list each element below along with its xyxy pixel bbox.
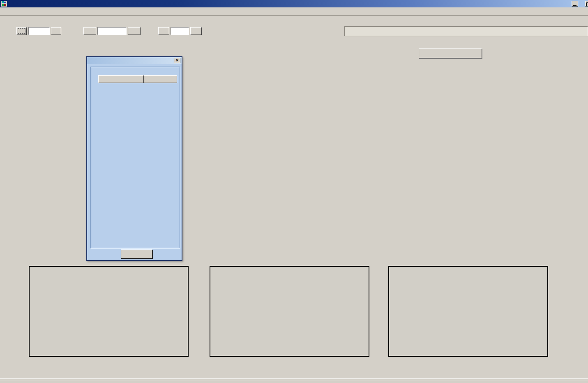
peak-acceleration-label [493, 146, 501, 153]
close-icon: ✕ [175, 58, 179, 62]
trace-header-table [98, 75, 177, 83]
peak-displacement-label [492, 187, 500, 194]
acceleration-spectrum-panel [210, 266, 369, 357]
velocity-spectrum-panel [29, 266, 189, 357]
record-num-panel[interactable] [419, 48, 482, 58]
status-bar [0, 378, 588, 380]
displacement-spectrum-panel [388, 266, 548, 357]
peak-velocity-label [493, 105, 500, 112]
trace-header-dialog: ✕ [86, 56, 182, 261]
dialog-close-button[interactable]: ✕ [174, 58, 180, 63]
column-header-name [98, 75, 144, 83]
column-header-value [144, 75, 177, 83]
app-window: ✕ [0, 0, 588, 383]
dialog-close-action-button[interactable] [121, 249, 152, 258]
table-header-row [98, 75, 177, 83]
dialog-titlebar[interactable]: ✕ [87, 57, 182, 64]
trace-header-groupbox [90, 67, 180, 248]
